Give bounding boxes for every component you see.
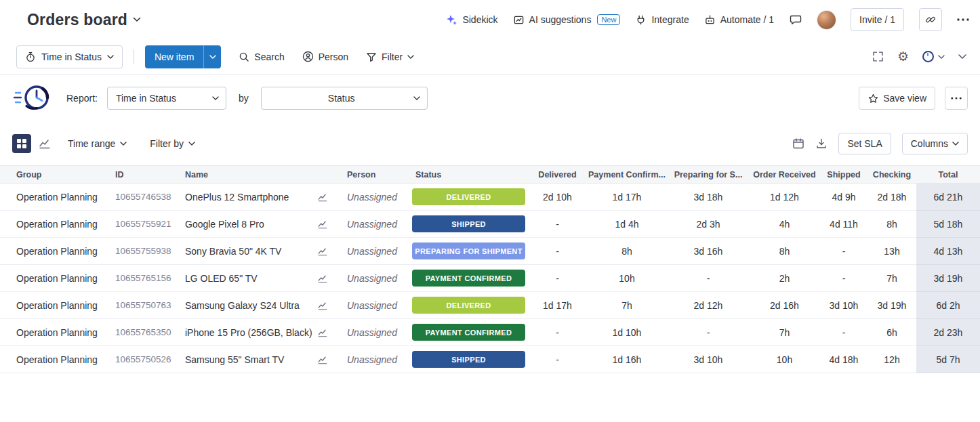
status-badge[interactable]: DELIVERED [412, 188, 525, 205]
column-header-shipped[interactable]: Shipped [820, 166, 867, 183]
top-header: Orders board Sidekick AI suggestions New [0, 0, 980, 39]
invite-button[interactable]: Invite / 1 [851, 8, 904, 31]
cell-delivered: 1d 17h [529, 292, 586, 319]
table-header-row: Group ID Name Person Status Delivered Pa… [0, 165, 980, 184]
item-name[interactable]: OnePlus 12 Smartphone [185, 192, 289, 203]
filter-by-dropdown[interactable]: Filter by [150, 138, 195, 149]
status-badge[interactable]: PAYMENT CONFIRMED [412, 270, 525, 287]
item-chart-icon[interactable] [317, 192, 328, 203]
integrate-button[interactable]: Integrate [635, 14, 689, 26]
view-selector-dropdown[interactable]: Time in Status [16, 45, 123, 68]
column-header-order-received[interactable]: Order Received [749, 166, 820, 183]
cell-total: 6d 21h [916, 184, 980, 211]
time-range-dropdown[interactable]: Time range [68, 138, 127, 149]
filter-dropdown[interactable]: Filter [366, 51, 414, 62]
cell-shipped: - [820, 319, 867, 346]
person-filter-button[interactable]: Person [302, 51, 348, 62]
user-avatar[interactable] [817, 11, 836, 29]
column-header-checking[interactable]: Checking [867, 166, 916, 183]
ai-suggestions-button[interactable]: AI suggestions New [513, 14, 621, 26]
board-title-chevron-icon[interactable] [133, 17, 141, 22]
table-row[interactable]: Operation Planning 10655746538 OnePlus 1… [0, 184, 980, 211]
column-header-person[interactable]: Person [339, 166, 407, 183]
fullscreen-icon [872, 51, 884, 62]
table-row[interactable]: Operation Planning 10655755938 Sony Brav… [0, 238, 980, 265]
more-options-button[interactable] [957, 18, 969, 21]
column-header-name[interactable]: Name [180, 166, 339, 183]
status-badge[interactable]: PAYMENT CONFIRMED [412, 324, 525, 341]
cell-person[interactable]: Unassigned [339, 184, 407, 211]
cell-person[interactable]: Unassigned [339, 238, 407, 265]
cell-person[interactable]: Unassigned [339, 265, 407, 292]
cell-order-received: 1d 12h [749, 184, 820, 211]
cell-total: 4d 13h [916, 238, 980, 265]
cell-status[interactable]: SHIPPED [407, 211, 529, 238]
column-header-preparing[interactable]: Preparing for S... [668, 166, 749, 183]
export-button[interactable] [815, 138, 828, 150]
table-row[interactable]: Operation Planning 10655765350 iPhone 15… [0, 319, 980, 346]
gear-icon: ⚙ [897, 50, 909, 63]
column-header-payment-confirmed[interactable]: Payment Confirm... [586, 166, 668, 183]
cell-group: Operation Planning [0, 184, 108, 211]
calendar-button[interactable] [792, 138, 804, 150]
columns-dropdown[interactable]: Columns [902, 133, 968, 154]
cell-person[interactable]: Unassigned [339, 346, 407, 373]
cell-status[interactable]: DELIVERED [407, 292, 529, 319]
status-badge[interactable]: PREPARING FOR SHIPMENT [412, 242, 525, 259]
item-name[interactable]: Samsung Galaxy S24 Ultra [185, 300, 300, 311]
grid-view-button[interactable] [12, 134, 31, 153]
status-badge[interactable]: SHIPPED [412, 351, 525, 368]
status-badge[interactable]: DELIVERED [412, 297, 525, 314]
item-chart-icon[interactable] [317, 300, 328, 311]
item-name[interactable]: LG OLED 65" TV [185, 273, 258, 284]
table-row[interactable]: Operation Planning 10655755921 Google Pi… [0, 211, 980, 238]
report-more-button[interactable] [945, 87, 968, 110]
chart-view-button[interactable] [35, 134, 54, 153]
item-chart-icon[interactable] [317, 354, 328, 365]
app-views-dropdown[interactable] [922, 51, 945, 62]
chat-button[interactable] [789, 13, 802, 26]
column-header-delivered[interactable]: Delivered [529, 166, 586, 183]
item-chart-icon[interactable] [317, 219, 328, 230]
cell-status[interactable]: PAYMENT CONFIRMED [407, 319, 529, 346]
report-type-select[interactable]: Time in Status [107, 87, 226, 110]
cell-person[interactable]: Unassigned [339, 211, 407, 238]
settings-button[interactable]: ⚙ [897, 50, 909, 63]
column-header-total[interactable]: Total [916, 166, 980, 183]
set-sla-button[interactable]: Set SLA [838, 133, 891, 154]
cell-delivered: - [529, 265, 586, 292]
fullscreen-button[interactable] [872, 51, 884, 62]
item-name[interactable]: Sony Bravia 50" 4K TV [185, 246, 281, 257]
new-item-button[interactable]: New item [145, 45, 203, 68]
cell-status[interactable]: SHIPPED [407, 346, 529, 373]
item-name[interactable]: Samsung 55" Smart TV [185, 354, 284, 365]
cell-person[interactable]: Unassigned [339, 319, 407, 346]
table-row[interactable]: Operation Planning 10655750763 Samsung G… [0, 292, 980, 319]
column-header-group[interactable]: Group [0, 166, 108, 183]
cell-group: Operation Planning [0, 346, 108, 373]
share-link-button[interactable] [919, 8, 942, 31]
column-header-status[interactable]: Status [407, 166, 529, 183]
item-chart-icon[interactable] [317, 273, 328, 284]
cell-status[interactable]: PAYMENT CONFIRMED [407, 265, 529, 292]
item-name[interactable]: iPhone 15 Pro (256GB, Black) [185, 327, 312, 338]
table-row[interactable]: Operation Planning 10655750526 Samsung 5… [0, 346, 980, 373]
column-header-id[interactable]: ID [108, 166, 180, 183]
status-badge[interactable]: SHIPPED [412, 215, 525, 232]
cell-id: 10655765350 [108, 319, 180, 346]
item-chart-icon[interactable] [317, 246, 328, 257]
search-button[interactable]: Search [239, 51, 284, 62]
save-view-button[interactable]: Save view [859, 87, 935, 110]
table-row[interactable]: Operation Planning 10655765156 LG OLED 6… [0, 265, 980, 292]
cell-status[interactable]: DELIVERED [407, 184, 529, 211]
item-chart-icon[interactable] [317, 327, 328, 338]
item-name[interactable]: Google Pixel 8 Pro [185, 219, 264, 230]
cell-person[interactable]: Unassigned [339, 292, 407, 319]
report-group-by-select[interactable]: Status [261, 87, 428, 110]
new-item-dropdown-button[interactable] [203, 45, 221, 68]
automate-button[interactable]: Automate / 1 [704, 14, 774, 26]
cell-status[interactable]: PREPARING FOR SHIPMENT [407, 238, 529, 265]
collapse-header-button[interactable] [958, 54, 966, 59]
sidekick-button[interactable]: Sidekick [445, 14, 497, 26]
board-title-wrap[interactable]: Orders board [27, 11, 141, 29]
